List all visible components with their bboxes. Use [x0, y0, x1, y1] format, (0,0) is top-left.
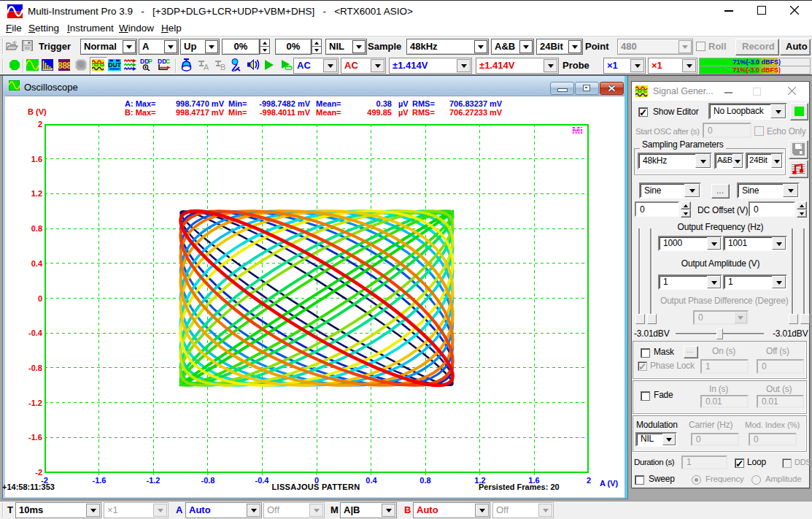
svg-text:A: A	[204, 63, 209, 71]
svg-text:P: P	[148, 58, 152, 65]
svg-text:888: 888	[58, 61, 70, 72]
svg-text:B: B	[220, 63, 225, 71]
svg-text:C: C	[166, 58, 170, 65]
svg-text:DUT: DUT	[108, 61, 121, 69]
